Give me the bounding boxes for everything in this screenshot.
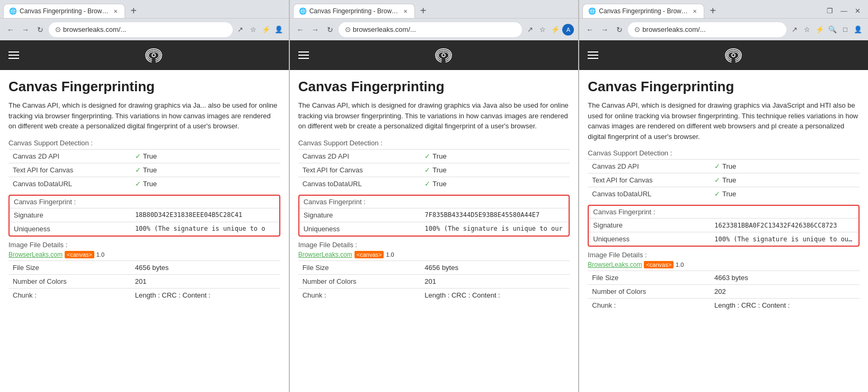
checkmark-icon: ✓ bbox=[714, 162, 720, 170]
back-button[interactable]: ← bbox=[4, 23, 17, 36]
row-value: 202 bbox=[710, 285, 860, 299]
forward-button[interactable]: → bbox=[598, 23, 611, 36]
new-tab-button[interactable]: + bbox=[705, 3, 720, 18]
address-input[interactable]: ⊙browserleaks.com/... bbox=[339, 22, 522, 37]
share-icon[interactable]: ↗ bbox=[235, 24, 246, 36]
page-content: Canvas FingerprintingThe Canvas API, whi… bbox=[290, 70, 579, 392]
extensions-icon[interactable]: ⚡ bbox=[814, 24, 826, 36]
canvas-tag: <canvas> bbox=[355, 251, 384, 258]
site-nav bbox=[0, 40, 289, 70]
page-content: Canvas FingerprintingThe Canvas API, whi… bbox=[579, 70, 868, 392]
image-details-label: Image File Details : bbox=[298, 241, 570, 249]
share-icon[interactable]: ↗ bbox=[789, 24, 800, 36]
hamburger-menu[interactable] bbox=[298, 51, 309, 59]
image-table: File Size4656 bytesNumber of Colors201Ch… bbox=[298, 260, 570, 302]
row-label: Text API for Canvas bbox=[298, 163, 421, 177]
row-label: Uniqueness bbox=[589, 232, 710, 246]
checkmark-icon: ✓ bbox=[424, 180, 430, 188]
page-description: The Canvas API, which is designed for dr… bbox=[8, 100, 280, 132]
extensions-icon[interactable]: ⚡ bbox=[260, 24, 272, 36]
address-input[interactable]: ⊙browserleaks.com/... bbox=[628, 22, 786, 37]
canvas-support-label: Canvas Support Detection : bbox=[588, 149, 860, 157]
tab-title: Canvas Fingerprinting - Browser bbox=[599, 7, 688, 15]
row-label: Signature bbox=[10, 208, 131, 222]
profile-icon[interactable]: A bbox=[562, 24, 574, 36]
share-icon[interactable]: ↗ bbox=[524, 24, 536, 36]
canvas-tag: <canvas> bbox=[644, 261, 674, 268]
row-value: 100% (The signature is unique to our dat… bbox=[710, 232, 858, 246]
page-title: Canvas Fingerprinting bbox=[8, 79, 280, 95]
table-row: Text API for Canvas✓True bbox=[298, 163, 570, 177]
new-tab-button[interactable]: + bbox=[416, 3, 431, 18]
new-tab-button[interactable]: + bbox=[126, 3, 141, 18]
canvas-site-link[interactable]: BrowserLeaks.com bbox=[588, 261, 642, 268]
fingerprint-table: Signature1623381BBA0F2C13432F426386CC872… bbox=[589, 218, 858, 246]
row-label: Number of Colors bbox=[588, 285, 710, 299]
row-label: Canvas 2D API bbox=[588, 160, 710, 173]
table-row: Signature1623381BBA0F2C13432F426386CC872… bbox=[589, 219, 858, 232]
toolbar-icons: ↗☆⚡👤 bbox=[235, 24, 285, 36]
reload-button[interactable]: ↻ bbox=[324, 23, 336, 36]
table-row: File Size4656 bytes bbox=[8, 260, 280, 274]
profile-icon[interactable]: 👤 bbox=[273, 24, 285, 36]
toolbar-icons: ↗☆⚡🔍□👤 bbox=[789, 24, 864, 36]
table-row: Uniqueness100% (The signature is unique … bbox=[589, 232, 858, 246]
canvas-site-link[interactable]: BrowserLeaks.com bbox=[298, 251, 352, 258]
row-value: 18B80D342E31838EEE04B5C28C41 bbox=[131, 208, 279, 222]
search-icon[interactable]: 🔍 bbox=[827, 24, 838, 36]
back-button[interactable]: ← bbox=[583, 23, 596, 36]
fingerprint-logo-icon bbox=[724, 46, 743, 65]
forward-button[interactable]: → bbox=[19, 23, 32, 36]
row-label: Uniqueness bbox=[10, 222, 131, 236]
checkmark-icon: ✓ bbox=[135, 166, 141, 174]
row-value: 201 bbox=[131, 274, 280, 288]
fingerprint-logo-icon bbox=[434, 46, 453, 65]
minimize-button[interactable]: — bbox=[838, 6, 849, 16]
canvas-site-link[interactable]: BrowserLeaks.com bbox=[8, 251, 63, 258]
active-tab[interactable]: 🌐Canvas Fingerprinting - Browser✕ bbox=[3, 4, 125, 18]
table-row: Number of Colors202 bbox=[588, 285, 860, 299]
tab-favicon: 🌐 bbox=[299, 7, 307, 15]
checkmark-icon: ✓ bbox=[135, 152, 141, 160]
table-row: Uniqueness100% (The signature is unique … bbox=[299, 222, 569, 236]
row-value: ✓True bbox=[131, 149, 280, 163]
address-text: browserleaks.com/... bbox=[63, 25, 226, 33]
hamburger-menu[interactable] bbox=[588, 51, 598, 59]
table-row: Number of Colors201 bbox=[8, 274, 280, 288]
image-table: File Size4656 bytesNumber of Colors201Ch… bbox=[8, 260, 280, 302]
table-row: Signature7F835BB43344D5E93B8E45580A44E7 bbox=[299, 208, 569, 222]
table-row: Canvas toDataURL✓True bbox=[8, 177, 280, 190]
bookmark-icon[interactable]: ☆ bbox=[537, 24, 548, 36]
close-button[interactable]: ✕ bbox=[853, 6, 863, 16]
row-label: Canvas toDataURL bbox=[8, 177, 131, 190]
maximize-icon[interactable]: □ bbox=[839, 24, 851, 36]
image-table: File Size4663 bytesNumber of Colors202Ch… bbox=[588, 271, 860, 312]
support-table: Canvas 2D API✓TrueText API for Canvas✓Tr… bbox=[298, 149, 570, 190]
profile-icon[interactable]: 👤 bbox=[852, 24, 864, 36]
hamburger-menu[interactable] bbox=[8, 51, 19, 59]
table-row: Canvas toDataURL✓True bbox=[298, 177, 570, 190]
back-button[interactable]: ← bbox=[294, 23, 307, 36]
support-table: Canvas 2D API✓TrueText API for Canvas✓Tr… bbox=[588, 159, 860, 201]
tab-close-button[interactable]: ✕ bbox=[112, 7, 119, 15]
bookmark-icon[interactable]: ☆ bbox=[247, 24, 259, 36]
row-value: Length : CRC : Content : bbox=[420, 288, 570, 302]
restore-button[interactable]: ❐ bbox=[825, 6, 835, 16]
active-tab[interactable]: 🌐Canvas Fingerprinting - Browser✕ bbox=[293, 4, 415, 18]
fingerprint-table: Signature18B80D342E31838EEE04B5C28C41Uni… bbox=[10, 208, 279, 236]
page-description: The Canvas API, which is designed for dr… bbox=[298, 100, 570, 132]
fingerprint-label: Canvas Fingerprint : bbox=[10, 196, 279, 208]
active-tab[interactable]: 🌐Canvas Fingerprinting - Browser✕ bbox=[582, 4, 704, 18]
reload-button[interactable]: ↻ bbox=[613, 23, 626, 36]
forward-button[interactable]: → bbox=[309, 23, 322, 36]
image-details-label: Image File Details : bbox=[8, 241, 280, 249]
row-value: ✓True bbox=[420, 149, 570, 163]
reload-button[interactable]: ↻ bbox=[34, 23, 47, 36]
tab-close-button[interactable]: ✕ bbox=[402, 7, 409, 15]
tab-close-button[interactable]: ✕ bbox=[691, 7, 698, 15]
checkmark-icon: ✓ bbox=[135, 180, 141, 188]
address-input[interactable]: ⊙browserleaks.com/... bbox=[49, 22, 233, 37]
extensions-icon[interactable]: ⚡ bbox=[550, 24, 561, 36]
bookmark-icon[interactable]: ☆ bbox=[801, 24, 813, 36]
row-value: 1623381BBA0F2C13432F426386CC8723 bbox=[710, 219, 858, 232]
